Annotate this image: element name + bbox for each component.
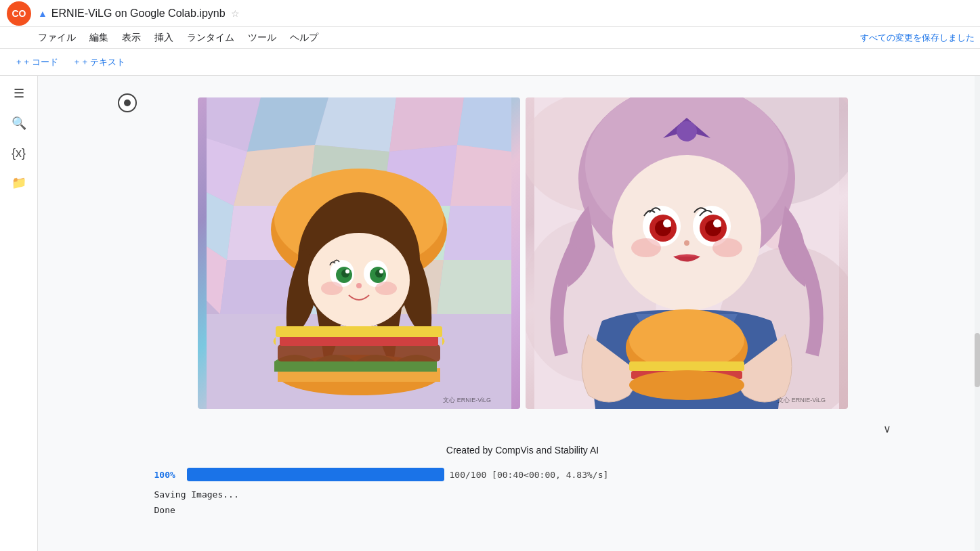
created-by-text: Created by CompVis and Stability AI	[154, 438, 891, 462]
notebook-title[interactable]: ERNIE-ViLG on Google Colab.ipynb	[51, 7, 226, 20]
top-bar: CO ▲ ERNIE-ViLG on Google Colab.ipynb ☆	[0, 0, 980, 27]
svg-text:文心 ERNIE-ViLG: 文心 ERNIE-ViLG	[443, 397, 491, 403]
svg-rect-46	[276, 326, 442, 337]
svg-rect-45	[280, 336, 438, 346]
menu-bar: ファイル 編集 表示 挿入 ランタイム ツール ヘルプ すべての変更を保存しまし…	[0, 27, 980, 49]
svg-marker-20	[437, 260, 511, 314]
svg-marker-5	[457, 97, 511, 152]
svg-text:文心 ERNIE-ViLG: 文心 ERNIE-ViLG	[777, 397, 826, 403]
svg-rect-75	[629, 361, 744, 371]
code-label: + コード	[24, 56, 58, 68]
svg-point-71	[631, 238, 661, 257]
progress-info: 100/100 [00:40<00:00, 4.83%/s]	[450, 470, 609, 480]
progress-bar-container	[187, 468, 444, 481]
sidebar-variables-icon[interactable]: {x}	[7, 141, 31, 165]
output-cell: 文心 ERNIE-ViLG	[144, 87, 902, 523]
svg-point-37	[345, 269, 349, 273]
images-grid: 文心 ERNIE-ViLG	[198, 97, 848, 409]
progress-percent: 100%	[154, 470, 182, 480]
cell-container: 文心 ERNIE-ViLG	[100, 87, 913, 523]
sidebar-search-icon[interactable]: 🔍	[7, 111, 31, 135]
image-left: 文心 ERNIE-ViLG	[198, 97, 520, 409]
logo-circle: CO	[7, 1, 31, 26]
svg-point-41	[375, 282, 397, 295]
menu-edit[interactable]: 編集	[84, 29, 114, 47]
svg-point-39	[356, 283, 362, 288]
svg-rect-44	[278, 345, 440, 361]
svg-point-72	[712, 238, 742, 257]
svg-point-74	[629, 309, 744, 370]
cell-gutter	[116, 92, 138, 114]
svg-marker-4	[389, 97, 464, 152]
output-line-done: Done	[154, 502, 891, 518]
scrollbar[interactable]	[975, 76, 980, 551]
svg-point-30	[308, 233, 410, 328]
svg-point-38	[379, 269, 383, 273]
svg-marker-15	[444, 206, 511, 260]
main-layout: ☰ 🔍 {x} 📁	[0, 76, 980, 551]
text-label: + テキスト	[82, 56, 125, 68]
menu-tools[interactable]: ツール	[242, 29, 282, 47]
menu-help[interactable]: ヘルプ	[284, 29, 324, 47]
image-right: 文心 ERNIE-ViLG	[526, 97, 848, 409]
images-output: 文心 ERNIE-ViLG	[144, 87, 902, 420]
plus-text-icon: +	[74, 57, 80, 67]
svg-marker-3	[315, 97, 396, 152]
scrollbar-thumb[interactable]	[975, 333, 980, 387]
menu-file[interactable]: ファイル	[33, 29, 81, 47]
toolbar: + + コード + + テキスト	[0, 49, 980, 76]
svg-point-77	[629, 370, 744, 400]
svg-point-59	[612, 155, 761, 311]
menu-runtime[interactable]: ランタイム	[182, 29, 240, 47]
svg-point-69	[719, 224, 721, 227]
run-button[interactable]	[118, 93, 137, 112]
add-code-button[interactable]: + + コード	[11, 53, 64, 71]
svg-marker-10	[450, 145, 511, 206]
plus-code-icon: +	[16, 57, 22, 67]
star-icon[interactable]: ☆	[231, 8, 240, 19]
sidebar-files-icon[interactable]: 📁	[7, 171, 31, 195]
svg-point-58	[677, 121, 697, 141]
menu-insert[interactable]: 挿入	[149, 29, 179, 47]
logo: CO	[5, 0, 33, 27]
svg-point-68	[668, 224, 671, 227]
sidebar-menu-icon[interactable]: ☰	[7, 81, 31, 106]
content-area[interactable]: 文心 ERNIE-ViLG	[38, 76, 975, 551]
saved-status: すべての変更を保存しました	[860, 32, 975, 44]
add-text-button[interactable]: + + テキスト	[69, 53, 131, 71]
progress-row: 100% 100/100 [00:40<00:00, 4.83%/s]	[154, 462, 891, 487]
run-icon	[124, 100, 131, 106]
menu-view[interactable]: 表示	[116, 29, 146, 47]
bottom-section: ∨ Created by CompVis and Stability AI 10…	[144, 420, 902, 523]
svg-point-70	[684, 240, 689, 246]
drive-icon: ▲	[38, 8, 47, 19]
svg-point-40	[321, 282, 343, 295]
progress-bar-fill	[187, 468, 444, 481]
output-line-saving: Saving Images...	[154, 487, 891, 502]
left-sidebar: ☰ 🔍 {x} 📁	[0, 76, 38, 551]
collapse-icon[interactable]: ∨	[883, 422, 891, 435]
